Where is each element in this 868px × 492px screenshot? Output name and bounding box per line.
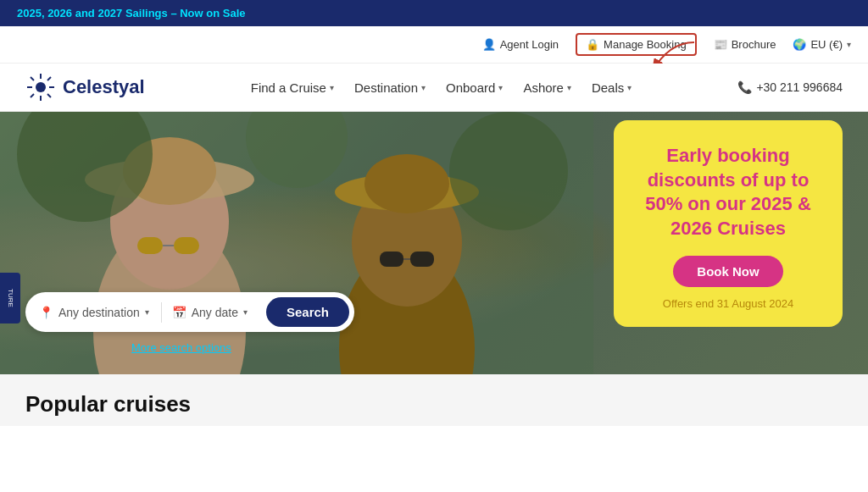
- chevron-down-icon: ▾: [847, 40, 851, 49]
- popular-cruises-title: Popular cruises: [25, 391, 843, 417]
- hero-section: 📍 Any destination ▾ 📅 Any date ▾ Search …: [0, 112, 868, 374]
- person-icon: 👤: [482, 38, 496, 51]
- phone-label: +30 211 996684: [756, 80, 843, 94]
- nav-deals[interactable]: Deals ▾: [592, 80, 632, 95]
- lock-icon: 🔒: [586, 38, 599, 51]
- popular-cruises-section: Popular cruises: [0, 374, 868, 426]
- phone-number[interactable]: 📞 +30 211 996684: [737, 80, 843, 94]
- promo-offer-text: Offers end 31 August 2024: [634, 297, 822, 310]
- chevron-down-icon: ▾: [243, 307, 248, 317]
- manage-booking-label: Manage Booking: [604, 38, 687, 51]
- nav-ashore[interactable]: Ashore ▾: [523, 80, 571, 95]
- promo-title: Early booking discounts of up to 50% on …: [634, 144, 822, 240]
- more-search-options[interactable]: More search options: [131, 341, 231, 354]
- logo-icon: [25, 72, 56, 102]
- logo-text: Celestyal: [63, 76, 145, 98]
- date-field[interactable]: 📅 Any date ▾: [169, 302, 259, 323]
- brochure-button[interactable]: 📰 Brochure: [714, 38, 776, 51]
- search-bar: 📍 Any destination ▾ 📅 Any date ▾ Search: [25, 292, 354, 332]
- agent-login-button[interactable]: 👤 Agent Login: [482, 38, 559, 51]
- region-selector[interactable]: 🌍 EU (€) ▾: [793, 38, 851, 51]
- header-top-bar: 👤 Agent Login 🔒 Manage Booking 📰 Brochur…: [0, 26, 868, 64]
- brochure-label: Brochure: [732, 38, 776, 51]
- banner-text: 2025, 2026 and 2027 Sailings – Now on Sa…: [17, 7, 246, 19]
- brochure-icon: 📰: [714, 38, 727, 51]
- svg-line-6: [31, 77, 34, 80]
- location-pin-icon: 📍: [39, 306, 53, 319]
- chevron-down-icon: ▾: [567, 83, 571, 92]
- destination-placeholder: Any destination: [58, 306, 140, 319]
- nav-destination[interactable]: Destination ▾: [354, 80, 426, 95]
- book-now-button[interactable]: Book Now: [673, 256, 782, 287]
- manage-booking-button[interactable]: 🔒 Manage Booking: [576, 33, 697, 56]
- phone-icon: 📞: [737, 80, 752, 94]
- calendar-icon: 📅: [172, 306, 186, 319]
- chevron-down-icon: ▾: [330, 83, 334, 92]
- svg-line-8: [47, 77, 51, 80]
- chevron-down-icon: ▾: [627, 83, 632, 92]
- nav-find-a-cruise[interactable]: Find a Cruise ▾: [251, 80, 334, 95]
- nav-links: Find a Cruise ▾ Destination ▾ Onboard ▾ …: [251, 80, 632, 95]
- nav-onboard[interactable]: Onboard ▾: [446, 80, 503, 95]
- chevron-down-icon: ▾: [421, 83, 426, 92]
- region-label: EU (€): [810, 38, 843, 51]
- svg-point-1: [36, 82, 46, 92]
- side-tab[interactable]: TURE: [0, 273, 20, 323]
- svg-line-9: [31, 94, 34, 97]
- svg-line-7: [47, 94, 51, 97]
- logo[interactable]: Celestyal: [25, 72, 145, 102]
- search-button[interactable]: Search: [266, 297, 349, 327]
- side-tab-label: TURE: [7, 289, 14, 307]
- top-banner: 2025, 2026 and 2027 Sailings – Now on Sa…: [0, 0, 868, 26]
- agent-login-label: Agent Login: [500, 38, 559, 51]
- chevron-down-icon: ▾: [145, 307, 149, 317]
- globe-icon: 🌍: [793, 38, 806, 51]
- main-navigation: Celestyal Find a Cruise ▾ Destination ▾ …: [0, 64, 868, 112]
- date-placeholder: Any date: [192, 306, 238, 319]
- destination-field[interactable]: 📍 Any destination ▾: [36, 302, 162, 323]
- promo-card: Early booking discounts of up to 50% on …: [614, 120, 843, 327]
- chevron-down-icon: ▾: [498, 83, 503, 92]
